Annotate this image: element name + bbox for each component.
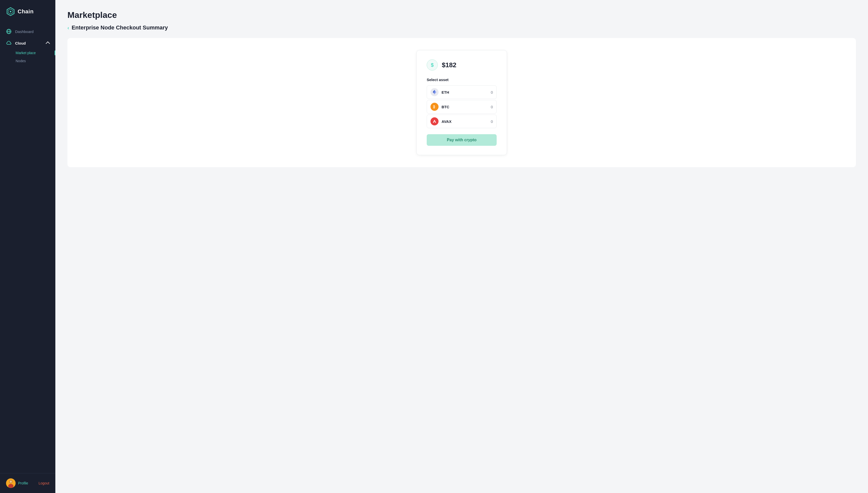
main-content: Marketplace ‹ Enterprise Node Checkout S… — [55, 0, 868, 493]
sidebar-item-marketplace[interactable]: Market place — [0, 49, 55, 57]
asset-list: ETH 0 ₿ BTC 0 — [427, 85, 497, 128]
globe-icon — [6, 29, 12, 34]
btc-balance: 0 — [491, 105, 493, 109]
avax-icon — [431, 117, 438, 125]
eth-balance: 0 — [491, 90, 493, 94]
btc-icon: ₿ — [431, 103, 438, 111]
cloud-icon — [6, 40, 12, 46]
sidebar-nav: Dashboard Cloud Market place — [0, 23, 55, 473]
user-area: Profile — [6, 478, 28, 488]
dashboard-label: Dashboard — [15, 29, 33, 34]
eth-icon — [431, 88, 438, 96]
avatar — [6, 478, 16, 488]
pay-with-crypto-button[interactable]: Pay with crypto — [427, 134, 497, 146]
cloud-label: Cloud — [15, 41, 26, 45]
sidebar-bottom: Profile Logout — [0, 473, 55, 493]
sidebar: Chain Dashboard — [0, 0, 55, 493]
logo-area: Chain — [0, 0, 55, 23]
dollar-sign-icon: $ — [431, 62, 434, 68]
dollar-icon-circle: $ — [427, 59, 438, 70]
price-amount: $182 — [442, 61, 456, 69]
logout-link[interactable]: Logout — [39, 481, 49, 485]
breadcrumb-title: Enterprise Node Checkout Summary — [72, 24, 168, 31]
asset-row-eth[interactable]: ETH 0 — [427, 85, 497, 99]
eth-name: ETH — [441, 90, 449, 94]
svg-text:₿: ₿ — [433, 105, 435, 109]
checkout-card: $ $182 Select asset — [416, 50, 507, 155]
app-name: Chain — [18, 8, 34, 15]
svg-point-9 — [9, 480, 12, 483]
back-button[interactable]: ‹ — [67, 25, 69, 31]
svg-point-2 — [10, 11, 11, 12]
asset-row-btc[interactable]: ₿ BTC 0 — [427, 100, 497, 113]
content-card: $ $182 Select asset — [67, 38, 856, 167]
price-row: $ $182 — [427, 59, 497, 70]
page-title: Marketplace — [67, 10, 856, 20]
avax-name: AVAX — [441, 119, 451, 124]
sidebar-item-dashboard[interactable]: Dashboard — [0, 26, 55, 37]
profile-link[interactable]: Profile — [18, 481, 28, 485]
cloud-section: Cloud Market place Nodes — [0, 37, 55, 65]
breadcrumb: ‹ Enterprise Node Checkout Summary — [67, 24, 856, 31]
asset-row-avax[interactable]: AVAX 0 — [427, 114, 497, 128]
cloud-children: Market place Nodes — [0, 49, 55, 65]
select-asset-label: Select asset — [427, 78, 497, 82]
sidebar-item-cloud[interactable]: Cloud — [0, 37, 55, 49]
chevron-up-icon — [46, 42, 50, 46]
chain-logo-icon — [6, 7, 15, 16]
svg-rect-10 — [8, 485, 13, 488]
sidebar-item-nodes[interactable]: Nodes — [0, 57, 55, 65]
btc-name: BTC — [441, 105, 449, 109]
avax-balance: 0 — [491, 119, 493, 124]
